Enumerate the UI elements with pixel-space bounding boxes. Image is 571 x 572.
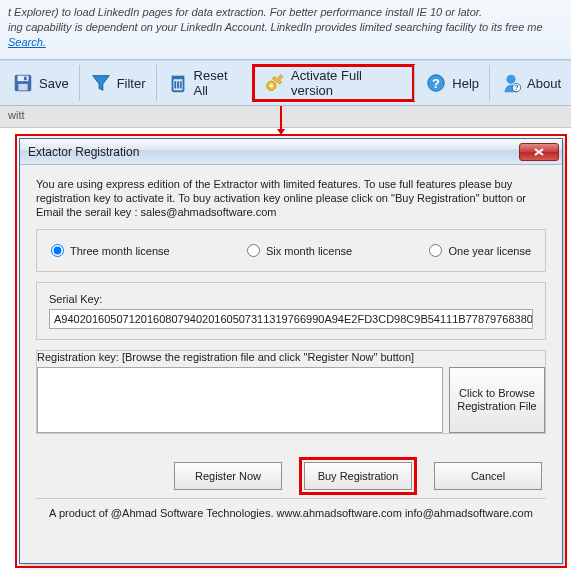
filter-label: Filter bbox=[117, 76, 146, 91]
browse-registration-file-button[interactable]: Click to Browse Registration File bbox=[449, 367, 545, 433]
svg-point-10 bbox=[270, 84, 274, 88]
serial-key-value[interactable]: A940201605071201608079402016050731131976… bbox=[49, 309, 533, 329]
radio-input[interactable] bbox=[247, 244, 260, 257]
toolbar: Save Filter Reset All Activate Full vers… bbox=[0, 60, 571, 106]
info-line-2: ing capability is dependent on your Link… bbox=[8, 20, 563, 35]
radio-label: Three month license bbox=[70, 245, 170, 257]
license-six-month-radio[interactable]: Six month license bbox=[247, 244, 352, 257]
filter-button[interactable]: Filter bbox=[79, 65, 156, 101]
dialog-title: Extactor Registration bbox=[28, 145, 519, 159]
save-label: Save bbox=[39, 76, 69, 91]
subbar-text: witt bbox=[8, 109, 25, 121]
registration-key-label: Registration key: [Browse the registrati… bbox=[37, 351, 545, 363]
extractor-registration-dialog: Extactor Registration You are using expr… bbox=[19, 138, 563, 564]
cancel-button[interactable]: Cancel bbox=[434, 462, 542, 490]
radio-input[interactable] bbox=[429, 244, 442, 257]
about-icon: ? bbox=[500, 72, 522, 94]
save-button[interactable]: Save bbox=[0, 65, 79, 101]
svg-rect-1 bbox=[18, 76, 29, 82]
svg-text:?: ? bbox=[515, 84, 519, 91]
help-label: Help bbox=[452, 76, 479, 91]
intro-text: You are using express edition of the Ext… bbox=[36, 177, 546, 219]
svg-text:?: ? bbox=[432, 76, 440, 91]
dialog-button-row: Register Now Buy Registration Cancel bbox=[36, 462, 546, 490]
license-one-year-radio[interactable]: One year license bbox=[429, 244, 531, 257]
license-group: Three month license Six month license On… bbox=[36, 229, 546, 272]
search-link[interactable]: Search. bbox=[8, 36, 46, 48]
info-line-1: t Explorer) to load LinkedIn pages for d… bbox=[8, 5, 563, 20]
sub-bar: witt bbox=[0, 106, 571, 128]
svg-rect-8 bbox=[171, 76, 184, 79]
registration-key-input[interactable] bbox=[37, 367, 443, 433]
register-now-button[interactable]: Register Now bbox=[174, 462, 282, 490]
dialog-footer: A product of @Ahmad Software Technologie… bbox=[36, 498, 546, 519]
radio-label: Six month license bbox=[266, 245, 352, 257]
serial-key-label: Serial Key: bbox=[49, 293, 533, 305]
svg-rect-2 bbox=[18, 84, 27, 90]
radio-input[interactable] bbox=[51, 244, 64, 257]
reset-label: Reset All bbox=[194, 68, 244, 98]
funnel-icon bbox=[90, 72, 112, 94]
dialog-titlebar[interactable]: Extactor Registration bbox=[20, 139, 562, 165]
activate-full-version-button[interactable]: Activate Full version bbox=[253, 65, 414, 101]
svg-rect-12 bbox=[279, 75, 283, 80]
trash-icon bbox=[167, 72, 189, 94]
svg-point-15 bbox=[506, 75, 515, 84]
buy-registration-button[interactable]: Buy Registration bbox=[304, 462, 412, 490]
svg-rect-3 bbox=[24, 77, 27, 81]
help-icon: ? bbox=[425, 72, 447, 94]
key-icon bbox=[264, 72, 286, 94]
activate-label: Activate Full version bbox=[291, 68, 404, 98]
about-button[interactable]: ? About bbox=[489, 65, 571, 101]
serial-key-group: Serial Key: A940201605071201608079402016… bbox=[36, 282, 546, 340]
registration-file-group: Registration key: [Browse the registrati… bbox=[36, 350, 546, 434]
radio-label: One year license bbox=[448, 245, 531, 257]
floppy-disk-icon bbox=[12, 72, 34, 94]
about-label: About bbox=[527, 76, 561, 91]
reset-all-button[interactable]: Reset All bbox=[156, 65, 254, 101]
close-icon[interactable] bbox=[519, 143, 559, 161]
license-three-month-radio[interactable]: Three month license bbox=[51, 244, 170, 257]
info-banner: t Explorer) to load LinkedIn pages for d… bbox=[0, 0, 571, 60]
help-button[interactable]: ? Help bbox=[414, 65, 489, 101]
